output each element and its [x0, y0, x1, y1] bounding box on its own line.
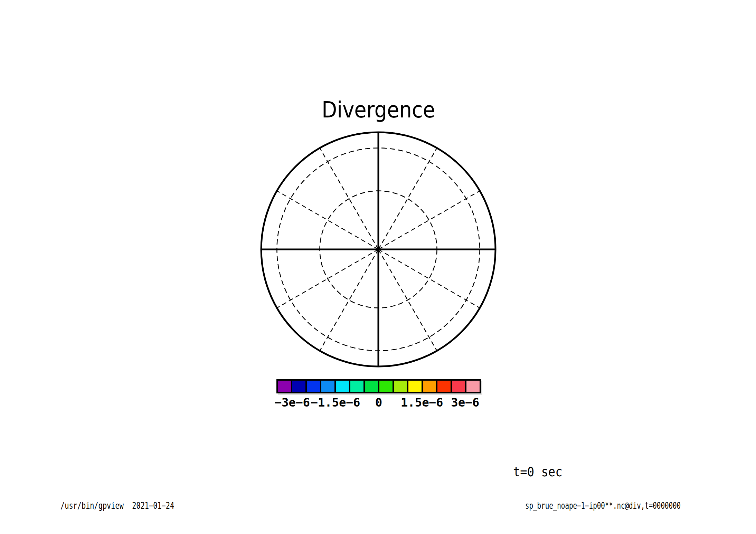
- meridian-line-dashed: [320, 249, 379, 351]
- colorbar-cell: [378, 381, 393, 392]
- colorbar-cell: [349, 381, 363, 392]
- colorbar-cell: [291, 381, 305, 392]
- colorbar-cell: [320, 381, 334, 392]
- meridian-line-dashed: [378, 191, 480, 250]
- footer-source-file: sp_brue_noape−1−ip00**.nc@div,t=0000000: [525, 501, 681, 510]
- meridian-line-dashed: [378, 249, 480, 308]
- colorbar-tick-label: 1.5e−6: [401, 397, 443, 408]
- colorbar-cell: [465, 381, 480, 392]
- colorbar-tick-label: −3e−6: [275, 397, 310, 408]
- colorbar-cell: [422, 381, 436, 392]
- colorbar-cell: [278, 381, 291, 392]
- gpview-plot-page: Divergence −3e−6−1.5e−601.5e−63e−6 t=0 s…: [0, 0, 756, 534]
- colorbar-cell: [334, 381, 349, 392]
- colorbar-cell: [407, 381, 422, 392]
- colorbar-cell: [363, 381, 378, 392]
- colorbar-cell: [393, 381, 407, 392]
- colorbar-cell: [451, 381, 465, 392]
- colorbar-tick-label: −1.5e−6: [311, 397, 360, 408]
- colorbar-cell: [436, 381, 451, 392]
- colorbar-tick-label: 0: [375, 397, 382, 408]
- time-label: t=0 sec: [513, 465, 563, 478]
- colorbar-tick-label: 3e−6: [451, 397, 479, 408]
- colorbar-cell: [305, 381, 320, 392]
- polar-map-grid: [0, 0, 756, 534]
- footer-command-date: /usr/bin/gpview 2021−01−24: [60, 501, 174, 510]
- colorbar: [276, 379, 481, 393]
- meridian-line-dashed: [277, 191, 378, 250]
- meridian-line-dashed: [378, 148, 437, 249]
